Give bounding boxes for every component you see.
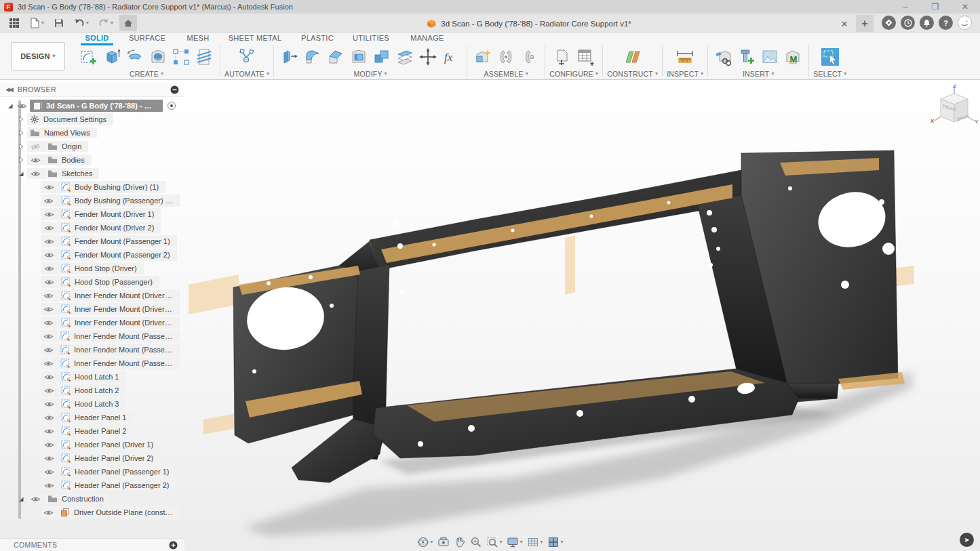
minimize-browser-icon[interactable] — [170, 85, 179, 94]
ribbon-tab-sheet-metal[interactable]: SHEET METAL — [218, 33, 292, 44]
press-pull-button[interactable] — [278, 45, 301, 68]
tree-item-body[interactable]: Driver Outside Plane (construction) — [41, 506, 180, 518]
redo-button[interactable]: ▾ — [95, 15, 117, 31]
restore-button[interactable]: ❐ — [920, 0, 950, 14]
insert-mcmaster-button[interactable]: M — [781, 45, 804, 68]
help-icon[interactable]: ? — [939, 16, 953, 30]
ribbon-tab-plastic[interactable]: PLASTIC — [292, 33, 343, 44]
insert-derive-button[interactable] — [712, 45, 735, 68]
shell-button[interactable] — [347, 45, 370, 68]
tree-item-body[interactable]: Inner Fender Mount (Driver 3) — [41, 317, 180, 329]
visibility-eye-icon[interactable] — [43, 509, 54, 516]
undo-button[interactable]: ▾ — [71, 15, 92, 31]
tree-item[interactable]: Document Settings — [0, 113, 184, 126]
visibility-eye-icon[interactable] — [43, 387, 54, 394]
tree-item[interactable]: Driver Outside Plane (construction) — [0, 506, 184, 519]
tree-item-body[interactable]: Header Panel (Driver 2) — [41, 452, 160, 464]
tree-item[interactable]: Header Panel (Passenger 2) — [0, 478, 184, 492]
tree-item[interactable]: Header Panel (Driver 2) — [0, 451, 184, 465]
tree-item-body[interactable]: Fender Mount (Passenger 2) — [41, 249, 177, 261]
visibility-eye-icon[interactable] — [43, 401, 54, 408]
ribbon-group-label[interactable]: MODIFY▾ — [354, 69, 387, 79]
visibility-eye-icon[interactable] — [43, 238, 54, 245]
tree-item-body[interactable]: Inner Fender Mount (Driver 1) — [41, 289, 180, 302]
ribbon-group-label[interactable]: INSPECT▾ — [667, 69, 703, 79]
tree-item[interactable]: Hood Stop (Driver) — [0, 262, 184, 275]
create-sketch-button[interactable] — [77, 45, 100, 68]
add-comment-icon[interactable] — [169, 541, 178, 550]
tree-item[interactable]: Named Views — [0, 126, 184, 140]
measure-button[interactable] — [673, 45, 697, 68]
job-status-icon[interactable] — [901, 16, 915, 30]
feedback-button[interactable]: ➤ — [960, 533, 974, 547]
chamfer-button[interactable] — [324, 45, 347, 68]
tree-item-body[interactable]: Inner Fender Mount (Passenger 3) — [41, 357, 180, 369]
visibility-eye-icon[interactable] — [43, 251, 54, 259]
tree-item[interactable]: Fender Mount (Passenger 1) — [0, 234, 184, 248]
expand-closed-icon[interactable] — [18, 156, 24, 164]
ribbon-group-label[interactable]: SELECT▾ — [813, 69, 846, 79]
new-component-button[interactable] — [471, 45, 494, 68]
tree-item[interactable]: Origin — [0, 140, 184, 153]
revolve-button[interactable] — [123, 45, 146, 68]
visibility-eye-icon[interactable] — [43, 279, 54, 286]
grid-snaps-tool[interactable]: ▾ — [527, 536, 543, 548]
visibility-eye-icon[interactable] — [43, 373, 54, 381]
viewports-tool[interactable]: ▾ — [547, 536, 564, 548]
tree-item[interactable]: Construction — [0, 492, 184, 506]
file-menu-button[interactable]: ▾ — [26, 15, 47, 31]
ribbon-group-label[interactable]: CONSTRUCT▾ — [607, 69, 658, 79]
comments-bar[interactable]: COMMENTS — [0, 538, 184, 551]
configuration-table-button[interactable] — [574, 45, 597, 68]
ribbon-group-label[interactable]: CONFIGURE▾ — [549, 69, 598, 79]
change-parameters-button[interactable]: fx — [439, 45, 463, 68]
tree-item-body[interactable]: Header Panel (Driver 1) — [41, 438, 160, 451]
visibility-eye-icon[interactable] — [43, 360, 54, 367]
save-button[interactable] — [50, 15, 68, 31]
move-copy-button[interactable] — [416, 45, 439, 68]
tree-item-body[interactable]: Hood Stop (Driver) — [41, 262, 144, 274]
tree-item[interactable]: Hood Stop (Passenger) — [0, 275, 184, 289]
close-button[interactable]: ✕ — [950, 0, 980, 14]
tree-item[interactable]: Fender Mount (Driver 2) — [0, 221, 184, 234]
tree-item-body[interactable]: Header Panel (Passenger 2) — [41, 479, 176, 491]
display-settings-tool[interactable]: ▾ — [506, 536, 522, 548]
tree-item-body[interactable]: Inner Fender Mount (Passenger 2) — [41, 344, 180, 356]
avatar-icon[interactable] — [958, 16, 972, 30]
notifications-icon[interactable] — [920, 16, 934, 30]
tree-item-body[interactable]: Hood Latch 2 — [41, 384, 125, 396]
document-tab[interactable]: 3d Scan - G Body ('78-'88) - Radiator Co… — [203, 15, 855, 33]
visibility-eye-icon[interactable] — [43, 333, 54, 340]
visibility-eye-icon[interactable] — [43, 346, 54, 354]
tree-item-body[interactable]: Header Panel 1 — [41, 411, 133, 424]
fit-tool[interactable]: ▾ — [486, 536, 502, 548]
tree-item[interactable]: Inner Fender Mount (Passenger 3) — [0, 356, 184, 370]
expand-closed-icon[interactable] — [18, 129, 24, 137]
automate-button[interactable] — [235, 45, 258, 68]
combine-button[interactable] — [370, 45, 393, 68]
tree-item[interactable]: Inner Fender Mount (Driver 1) — [0, 289, 184, 302]
tree-item[interactable]: Header Panel 1 — [0, 411, 184, 424]
visibility-eye-icon[interactable] — [43, 428, 54, 435]
tree-item-body[interactable]: Hood Stop (Passenger) — [41, 276, 159, 288]
expand-open-icon[interactable] — [18, 169, 24, 178]
pan-tool[interactable] — [453, 536, 465, 548]
ribbon-tab-manage[interactable]: MANAGE — [399, 33, 456, 44]
thread-button[interactable] — [193, 45, 216, 68]
tree-item-body[interactable]: Fender Mount (Passenger 1) — [41, 235, 177, 247]
tab-close-icon[interactable]: ✕ — [838, 18, 850, 30]
visibility-eye-icon[interactable] — [43, 468, 54, 476]
visibility-eye-icon[interactable] — [16, 102, 27, 110]
tree-item[interactable]: Sketches — [0, 167, 184, 180]
as-built-joint-button[interactable] — [517, 45, 541, 68]
tree-item[interactable]: Fender Mount (Driver 1) — [0, 207, 184, 221]
visibility-eye-icon[interactable] — [43, 292, 54, 300]
visibility-eye-icon[interactable] — [43, 306, 54, 313]
ribbon-tab-mesh[interactable]: MESH — [178, 33, 218, 44]
tree-item-body[interactable]: Inner Fender Mount (Driver 2) — [41, 303, 180, 315]
fillet-button[interactable] — [301, 45, 324, 68]
visibility-eye-icon[interactable] — [43, 265, 54, 272]
expand-open-icon[interactable] — [7, 102, 14, 110]
tree-item[interactable]: Body Bushing (Passenger) (1) — [0, 194, 184, 207]
pattern-button[interactable] — [170, 45, 193, 68]
